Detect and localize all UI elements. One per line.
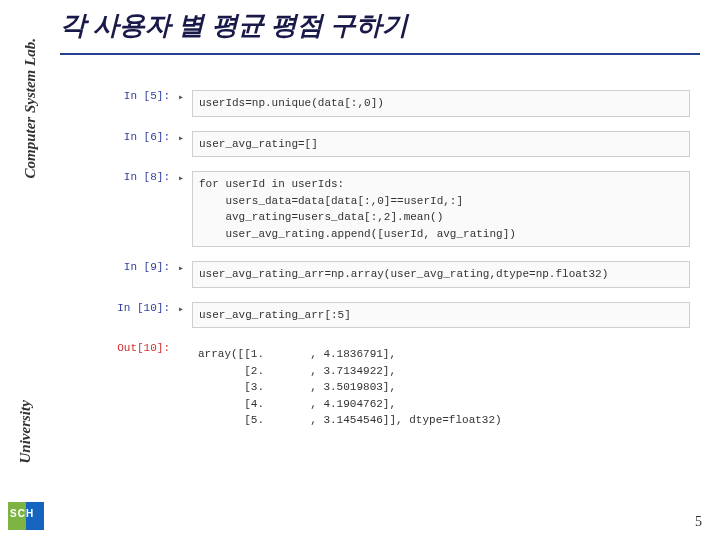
output-box: array([[1. , 4.1836791], [2. , 3.7134922…: [192, 342, 690, 433]
code-line: [3. , 3.5019803],: [198, 379, 684, 396]
notebook-cell: In [10]:▸user_avg_rating_arr[:5]: [100, 302, 690, 329]
logo-text: SCH: [10, 508, 34, 519]
title-underline: [60, 53, 700, 55]
input-prompt: In [8]:: [100, 171, 178, 247]
sch-logo: SCH: [8, 502, 46, 530]
input-prompt: In [6]:: [100, 131, 178, 158]
code-line: for userId in userIds:: [199, 176, 683, 193]
code-input-box[interactable]: user_avg_rating_arr[:5]: [192, 302, 690, 329]
slide-title: 각 사용자 별 평균 평점 구하기: [60, 8, 710, 43]
output-prompt: Out[10]:: [100, 342, 178, 433]
run-cell-icon[interactable]: ▸: [178, 131, 192, 158]
input-prompt: In [5]:: [100, 90, 178, 117]
notebook-cell: In [9]:▸user_avg_rating_arr=np.array(use…: [100, 261, 690, 288]
code-line: array([[1. , 4.1836791],: [198, 346, 684, 363]
code-line: [4. , 4.1904762],: [198, 396, 684, 413]
university-label: University: [17, 374, 34, 464]
notebook-cell: In [6]:▸user_avg_rating=[]: [100, 131, 690, 158]
code-line: user_avg_rating_arr[:5]: [199, 307, 683, 324]
code-input-box[interactable]: user_avg_rating=[]: [192, 131, 690, 158]
code-input-box[interactable]: user_avg_rating_arr=np.array(user_avg_ra…: [192, 261, 690, 288]
input-prompt: In [10]:: [100, 302, 178, 329]
code-line: user_avg_rating_arr=np.array(user_avg_ra…: [199, 266, 683, 283]
lab-label: Computer System Lab.: [22, 0, 39, 179]
notebook-cell: In [5]:▸userIds=np.unique(data[:,0]): [100, 90, 690, 117]
run-cell-icon[interactable]: ▸: [178, 261, 192, 288]
title-area: 각 사용자 별 평균 평점 구하기: [60, 8, 710, 55]
notebook-area: In [5]:▸userIds=np.unique(data[:,0])In […: [100, 90, 690, 447]
sidebar-university: University: [10, 370, 40, 510]
code-input-box[interactable]: userIds=np.unique(data[:,0]): [192, 90, 690, 117]
code-line: [5. , 3.1454546]], dtype=float32): [198, 412, 684, 429]
run-cell-icon: [178, 342, 192, 433]
code-line: user_avg_rating=[]: [199, 136, 683, 153]
code-line: [2. , 3.7134922],: [198, 363, 684, 380]
input-prompt: In [9]:: [100, 261, 178, 288]
code-line: users_data=data[data[:,0]==userId,:]: [199, 193, 683, 210]
notebook-cell: In [8]:▸for userId in userIds: users_dat…: [100, 171, 690, 247]
sidebar-lab: Computer System Lab.: [10, 0, 40, 180]
run-cell-icon[interactable]: ▸: [178, 90, 192, 117]
code-line: userIds=np.unique(data[:,0]): [199, 95, 683, 112]
code-line: user_avg_rating.append([userId, avg_rati…: [199, 226, 683, 243]
left-sidebar: Computer System Lab. University SCH: [0, 0, 50, 540]
run-cell-icon[interactable]: ▸: [178, 171, 192, 247]
notebook-cell: Out[10]:array([[1. , 4.1836791], [2. , 3…: [100, 342, 690, 433]
page-number: 5: [695, 514, 702, 530]
code-input-box[interactable]: for userId in userIds: users_data=data[d…: [192, 171, 690, 247]
run-cell-icon[interactable]: ▸: [178, 302, 192, 329]
code-line: avg_rating=users_data[:,2].mean(): [199, 209, 683, 226]
